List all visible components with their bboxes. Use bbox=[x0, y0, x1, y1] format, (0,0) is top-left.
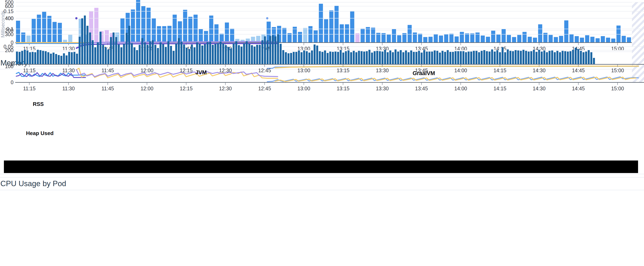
monitoring-dashboard: { "app": {"kind": "metrics-dashboard"}, … bbox=[0, 0, 644, 266]
svg-text:0.1: 0.1 bbox=[6, 26, 14, 32]
svg-text:12:00: 12:00 bbox=[140, 68, 154, 73]
svg-text:15:00: 15:00 bbox=[611, 68, 624, 73]
svg-text:13:00: 13:00 bbox=[298, 68, 310, 73]
annotation-heap-used: Heap Used bbox=[26, 130, 54, 136]
svg-text:14:30: 14:30 bbox=[533, 86, 546, 91]
svg-text:0: 0 bbox=[11, 79, 14, 85]
svg-text:11:15: 11:15 bbox=[23, 86, 36, 91]
annotation-rss: RSS bbox=[33, 101, 44, 107]
panel-divider bbox=[0, 190, 644, 190]
svg-text:12:00: 12:00 bbox=[140, 86, 154, 91]
svg-text:14:30: 14:30 bbox=[533, 68, 546, 73]
svg-text:0.05: 0.05 bbox=[4, 44, 14, 50]
svg-text:12:30: 12:30 bbox=[219, 86, 232, 91]
svg-text:13:15: 13:15 bbox=[336, 68, 350, 73]
svg-text:15:00: 15:00 bbox=[611, 86, 624, 91]
svg-text:14:45: 14:45 bbox=[572, 86, 585, 91]
svg-text:13:15: 13:15 bbox=[336, 86, 350, 91]
cpu-chart[interactable]: 00.050.10.1511:1511:3011:4512:0012:1512:… bbox=[0, 0, 644, 75]
svg-text:14:00: 14:00 bbox=[454, 86, 467, 91]
svg-text:14:15: 14:15 bbox=[494, 68, 506, 73]
redacted-legend bbox=[4, 160, 638, 173]
cpu-panel-title: CPU Usage by Pod bbox=[0, 179, 66, 188]
svg-text:11:15: 11:15 bbox=[23, 68, 36, 73]
svg-text:14:15: 14:15 bbox=[494, 86, 506, 91]
svg-text:0: 0 bbox=[11, 61, 14, 67]
svg-text:13:00: 13:00 bbox=[298, 86, 310, 91]
svg-text:12:45: 12:45 bbox=[258, 86, 271, 91]
svg-text:13:30: 13:30 bbox=[376, 68, 389, 73]
svg-text:11:45: 11:45 bbox=[102, 86, 114, 91]
svg-text:14:45: 14:45 bbox=[572, 68, 585, 73]
svg-text:11:30: 11:30 bbox=[62, 86, 75, 91]
svg-text:11:30: 11:30 bbox=[62, 68, 75, 73]
svg-text:12:15: 12:15 bbox=[180, 86, 193, 91]
svg-text:12:45: 12:45 bbox=[258, 68, 271, 73]
panel-divider bbox=[0, 174, 644, 174]
svg-text:11:45: 11:45 bbox=[102, 68, 114, 73]
svg-text:13:45: 13:45 bbox=[415, 68, 428, 73]
svg-text:13:30: 13:30 bbox=[376, 86, 389, 91]
svg-text:14:00: 14:00 bbox=[454, 68, 467, 73]
panel-divider bbox=[0, 177, 644, 177]
svg-text:12:30: 12:30 bbox=[219, 68, 232, 73]
svg-text:0.15: 0.15 bbox=[4, 9, 14, 14]
svg-text:12:15: 12:15 bbox=[180, 68, 193, 73]
svg-text:13:45: 13:45 bbox=[415, 86, 428, 91]
